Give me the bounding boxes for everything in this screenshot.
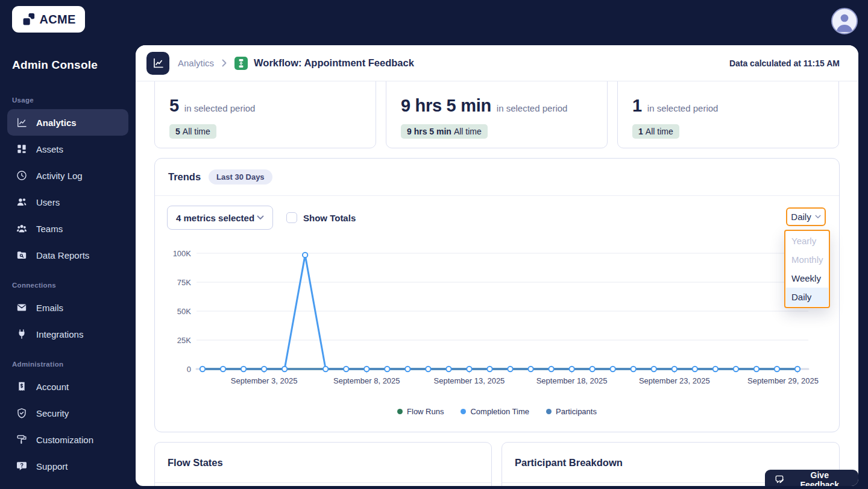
svg-text:September 18, 2025: September 18, 2025 <box>536 376 608 385</box>
account-icon <box>16 380 28 393</box>
sidebar-item-security[interactable]: Security <box>7 400 128 426</box>
sidebar-item-label: Account <box>36 382 69 392</box>
integrations-icon <box>16 328 28 340</box>
svg-text:75K: 75K <box>177 278 191 287</box>
analytics-icon <box>16 116 28 128</box>
panel-title: Flow States <box>155 443 491 483</box>
stat-value: 1 <box>632 96 642 116</box>
legend-label: Flow Runs <box>407 407 444 416</box>
stat-line: 5in selected period <box>169 96 361 116</box>
svg-text:September 29, 2025: September 29, 2025 <box>747 376 819 385</box>
security-icon <box>16 407 28 419</box>
support-icon <box>16 460 28 472</box>
sidebar-nav: UsageAnalyticsAssetsActivity LogUsersTea… <box>0 83 136 479</box>
sidebar-item-assets[interactable]: Assets <box>7 136 128 162</box>
assets-icon <box>16 143 28 155</box>
user-avatar[interactable] <box>831 8 858 34</box>
nav-section-label: Connections <box>12 282 124 289</box>
page: ACME Admin Console UsageAnalyticsAssetsA… <box>0 0 868 489</box>
legend-dot <box>397 409 403 414</box>
give-feedback-button[interactable]: Give Feedback <box>765 470 858 486</box>
svg-text:25K: 25K <box>177 336 191 345</box>
sidebar-item-users[interactable]: Users <box>7 189 128 215</box>
granularity-option-daily[interactable]: Daily <box>786 288 828 306</box>
svg-text:September 13, 2025: September 13, 2025 <box>434 376 505 385</box>
trends-title: Trends <box>168 171 201 183</box>
sidebar-item-data-reports[interactable]: Data Reports <box>7 242 128 268</box>
svg-text:September 8, 2025: September 8, 2025 <box>333 376 400 385</box>
sidebar-item-label: Security <box>36 408 69 418</box>
sidebar-item-label: Teams <box>36 224 63 234</box>
acme-logo[interactable]: ACME <box>12 6 85 33</box>
trends-header: Trends Last 30 Days <box>155 159 839 196</box>
svg-text:100K: 100K <box>173 249 192 258</box>
granularity-selected-value: Daily <box>791 212 811 222</box>
analytics-app-icon <box>146 52 169 75</box>
sidebar-item-account[interactable]: Account <box>7 373 128 400</box>
all-time-value: 9 hrs 5 min <box>407 127 451 136</box>
granularity-option-monthly[interactable]: Monthly <box>786 250 828 269</box>
all-time-badge: 1All time <box>632 124 679 139</box>
all-time-value: 5 <box>175 127 180 136</box>
legend-item-completion-time: Completion Time <box>461 407 529 416</box>
sidebar-item-support[interactable]: Support <box>7 453 128 479</box>
stat-line: 1in selected period <box>632 96 824 116</box>
panel-flow-states: Flow States <box>154 442 492 486</box>
stat-line: 9 hrs 5 minin selected period <box>401 96 593 116</box>
all-time-badge: 9 hrs 5 minAll time <box>401 124 488 139</box>
svg-text:0: 0 <box>187 365 191 374</box>
sidebar-item-label: Users <box>36 197 60 207</box>
trend-chart-svg: 025K50K75K100KSeptember 3, 2025September… <box>167 242 830 393</box>
stat-period-label: in selected period <box>184 103 256 113</box>
sidebar-item-activity-log[interactable]: Activity Log <box>7 162 128 189</box>
svg-text:50K: 50K <box>177 307 191 316</box>
granularity-menu: YearlyMonthlyWeeklyDaily <box>784 230 830 308</box>
breadcrumb-current: Workflow: Appointment Feedback <box>254 57 414 69</box>
sidebar-item-label: Data Reports <box>36 250 89 260</box>
sidebar-item-analytics[interactable]: Analytics <box>7 109 128 136</box>
show-totals-label: Show Totals <box>303 213 356 223</box>
stat-period-label: in selected period <box>497 103 568 113</box>
sidebar-item-label: Analytics <box>36 118 77 128</box>
give-feedback-label: Give Feedback <box>791 470 849 486</box>
sidebar-item-label: Support <box>36 461 68 472</box>
metrics-select-label: 4 metrics selected <box>176 213 254 223</box>
nav-section-label: Administration <box>12 361 124 368</box>
trends-panel: Trends Last 30 Days 4 metrics selected S… <box>154 158 840 432</box>
workflow-icon <box>234 57 248 70</box>
legend-dot <box>546 409 552 414</box>
sidebar-item-teams[interactable]: Teams <box>7 215 128 242</box>
data-calculated-status: Data calculated at 11:15 AM <box>729 58 840 68</box>
sidebar-item-emails[interactable]: Emails <box>7 294 128 321</box>
legend-label: Participants <box>556 407 597 416</box>
users-icon <box>16 196 28 208</box>
legend-item-flow-runs: Flow Runs <box>397 407 444 416</box>
granularity-option-weekly[interactable]: Weekly <box>786 269 828 288</box>
sidebar-item-label: Assets <box>36 144 63 154</box>
teams-icon <box>16 222 28 235</box>
show-totals-toggle[interactable]: Show Totals <box>286 212 356 223</box>
emails-icon <box>16 301 28 314</box>
sidebar-item-label: Customization <box>36 435 93 445</box>
breadcrumb-analytics-link[interactable]: Analytics <box>178 58 214 68</box>
granularity-select[interactable]: Daily <box>786 207 826 226</box>
all-time-value: 1 <box>638 127 643 136</box>
customization-icon <box>16 434 28 446</box>
acme-logo-text: ACME <box>39 13 75 27</box>
svg-text:September 23, 2025: September 23, 2025 <box>639 376 710 385</box>
legend-dot <box>461 409 466 414</box>
activity-log-icon <box>16 169 28 181</box>
chevron-right-icon <box>222 59 227 67</box>
all-time-badge: 5All time <box>169 124 216 139</box>
sidebar-item-integrations[interactable]: Integrations <box>7 321 128 347</box>
trends-controls: 4 metrics selected Show Totals <box>167 206 356 230</box>
chevron-down-icon <box>815 215 821 219</box>
stat-value: 5 <box>169 96 179 116</box>
chevron-down-icon <box>257 215 264 220</box>
sidebar-item-customization[interactable]: Customization <box>7 426 128 453</box>
show-totals-checkbox[interactable] <box>286 212 297 223</box>
sidebar-item-label: Emails <box>36 303 63 313</box>
console-title: Admin Console <box>12 58 98 72</box>
metrics-select-dropdown[interactable]: 4 metrics selected <box>167 206 273 230</box>
granularity-option-yearly[interactable]: Yearly <box>786 232 828 250</box>
